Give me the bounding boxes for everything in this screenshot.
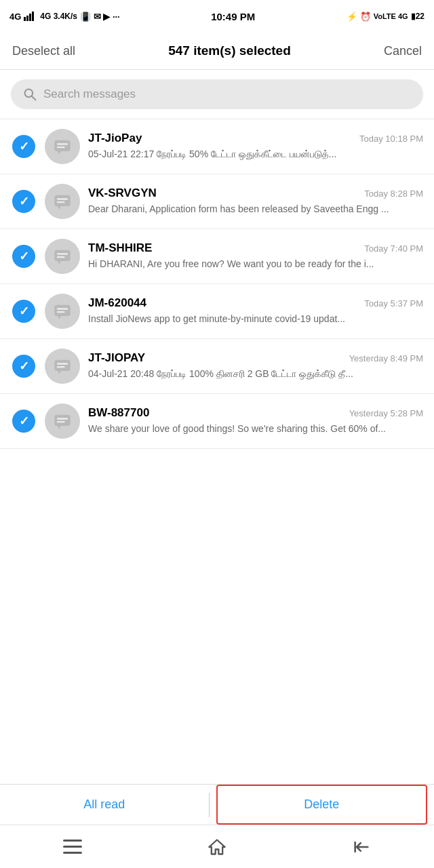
sender-name: JT-JioPay <box>88 132 142 145</box>
svg-rect-18 <box>54 305 70 316</box>
message-preview: 05-Jul-21 22:17 நேரப்படி 50% டேட்டா ஒதுக… <box>88 148 423 161</box>
message-bubble-icon <box>53 302 72 321</box>
message-preview: Dear Dharani, Application form has been … <box>88 203 423 216</box>
message-header: JM-620044 Today 5:37 PM <box>88 296 423 310</box>
checkmark-icon: ✓ <box>19 414 29 429</box>
svg-rect-6 <box>54 140 70 151</box>
alarm-icon: ⏰ <box>360 12 371 22</box>
avatar <box>45 349 80 384</box>
search-icon <box>23 87 37 101</box>
search-container: Search messages <box>0 70 434 119</box>
svg-rect-9 <box>57 146 65 148</box>
list-item[interactable]: ✓ BW-887700 Yesterday 5:28 PM We share y… <box>0 394 434 449</box>
list-item[interactable]: ✓ TM-SHHIRE Today 7:40 PM Hi DHARANI, Ar… <box>0 229 434 284</box>
checkmark-icon: ✓ <box>19 304 29 319</box>
misc-icons: 📳 ✉ ▶ ··· <box>80 12 120 22</box>
delete-button[interactable]: Delete <box>216 785 428 825</box>
message-preview: Hi DHARANI, Are you free now? We want yo… <box>88 258 423 271</box>
status-time: 10:49 PM <box>211 11 255 22</box>
back-icon <box>352 837 371 856</box>
speed-text: 4G 3.4K/s <box>40 12 77 21</box>
sender-name: JT-JIOPAY <box>88 351 145 365</box>
message-bubble-icon <box>53 192 72 211</box>
message-time: Today 5:37 PM <box>364 298 423 309</box>
svg-marker-27 <box>58 426 61 429</box>
message-content: TM-SHHIRE Today 7:40 PM Hi DHARANI, Are … <box>88 241 423 271</box>
checkmark-icon: ✓ <box>19 249 29 264</box>
message-bubble-icon <box>53 412 72 431</box>
svg-rect-8 <box>57 143 68 144</box>
message-content: JT-JIOPAY Yesterday 8:49 PM 04-Jul-21 20… <box>88 351 423 381</box>
message-time: Today 10:18 PM <box>359 134 423 144</box>
svg-marker-7 <box>58 151 61 155</box>
svg-rect-25 <box>57 366 65 368</box>
deselect-all-button[interactable]: Deselect all <box>12 44 75 58</box>
battery-icon: ▮22 <box>411 12 425 21</box>
svg-marker-23 <box>58 371 61 374</box>
checkbox-5[interactable]: ✓ <box>11 408 37 434</box>
avatar <box>45 129 80 164</box>
message-preview: Install JioNews app to get minute-by-min… <box>88 313 423 326</box>
bottom-action-bar: All read Delete <box>0 784 434 825</box>
bluetooth-icon: ⚡ <box>347 12 357 22</box>
search-bar[interactable]: Search messages <box>11 79 423 109</box>
checkbox-1[interactable]: ✓ <box>11 189 37 214</box>
back-button[interactable] <box>347 832 376 862</box>
svg-line-5 <box>32 96 35 100</box>
status-bar: 4G 4G 3.4K/s 📳 ✉ ▶ ··· 10:49 PM ⚡ ⏰ VoLT… <box>0 0 434 33</box>
svg-rect-17 <box>57 256 65 258</box>
checkbox-2[interactable]: ✓ <box>11 243 37 269</box>
svg-rect-26 <box>54 415 70 426</box>
sender-name: TM-SHHIRE <box>88 241 152 255</box>
message-content: VK-SRVGYN Today 8:28 PM Dear Dharani, Ap… <box>88 186 423 216</box>
menu-button[interactable] <box>58 832 87 862</box>
checkbox-4[interactable]: ✓ <box>11 353 37 379</box>
svg-rect-21 <box>57 311 65 313</box>
list-item[interactable]: ✓ JM-620044 Today 5:37 PM Install JioNew… <box>0 284 434 339</box>
status-right: ⚡ ⏰ VoLTE 4G ▮22 <box>347 12 425 22</box>
signal-text: 4G <box>9 12 21 22</box>
checkmark-icon: ✓ <box>19 359 29 374</box>
checkmark-icon: ✓ <box>19 139 29 154</box>
message-preview: 04-Jul-21 20:48 நேரப்படி 100% தினசரி 2 G… <box>88 368 423 381</box>
all-read-button[interactable]: All read <box>0 785 209 825</box>
hamburger-icon <box>63 840 82 854</box>
message-preview: We share your love of good things! So we… <box>88 422 423 436</box>
svg-rect-10 <box>54 195 70 206</box>
checkbox-0[interactable]: ✓ <box>11 134 37 159</box>
svg-marker-11 <box>58 206 61 210</box>
svg-rect-1 <box>26 16 28 21</box>
svg-rect-14 <box>54 250 70 261</box>
status-left: 4G 4G 3.4K/s 📳 ✉ ▶ ··· <box>9 12 120 22</box>
checked-indicator: ✓ <box>12 245 35 268</box>
checked-indicator: ✓ <box>12 135 35 158</box>
svg-rect-30 <box>63 840 82 842</box>
cancel-button[interactable]: Cancel <box>384 44 422 58</box>
message-time: Today 8:28 PM <box>364 189 423 199</box>
svg-rect-13 <box>57 201 65 203</box>
svg-rect-12 <box>57 198 68 199</box>
message-content: BW-887700 Yesterday 5:28 PM We share you… <box>88 406 423 436</box>
message-header: VK-SRVGYN Today 8:28 PM <box>88 186 423 200</box>
sender-name: BW-887700 <box>88 406 149 420</box>
list-item[interactable]: ✓ JT-JIOPAY Yesterday 8:49 PM 04-Jul-21 … <box>0 339 434 394</box>
message-header: TM-SHHIRE Today 7:40 PM <box>88 241 423 255</box>
home-button[interactable] <box>202 832 232 862</box>
svg-marker-15 <box>58 261 61 264</box>
selection-header: Deselect all 547 item(s) selected Cancel <box>0 33 434 70</box>
checkbox-3[interactable]: ✓ <box>11 298 37 324</box>
svg-rect-0 <box>24 17 26 21</box>
list-item[interactable]: ✓ JT-JioPay Today 10:18 PM 05-Jul-21 22:… <box>0 119 434 174</box>
checkmark-icon: ✓ <box>19 194 29 209</box>
list-item[interactable]: ✓ VK-SRVGYN Today 8:28 PM Dear Dharani, … <box>0 174 434 229</box>
checked-indicator: ✓ <box>12 355 35 378</box>
message-header: JT-JioPay Today 10:18 PM <box>88 132 423 145</box>
message-list: ✓ JT-JioPay Today 10:18 PM 05-Jul-21 22:… <box>0 119 434 784</box>
checked-indicator: ✓ <box>12 190 35 213</box>
message-bubble-icon <box>53 247 72 266</box>
message-content: JM-620044 Today 5:37 PM Install JioNews … <box>88 296 423 326</box>
selected-count: 547 item(s) selected <box>168 43 291 58</box>
action-divider <box>209 793 210 817</box>
message-time: Yesterday 5:28 PM <box>349 408 423 418</box>
search-placeholder: Search messages <box>43 87 136 101</box>
